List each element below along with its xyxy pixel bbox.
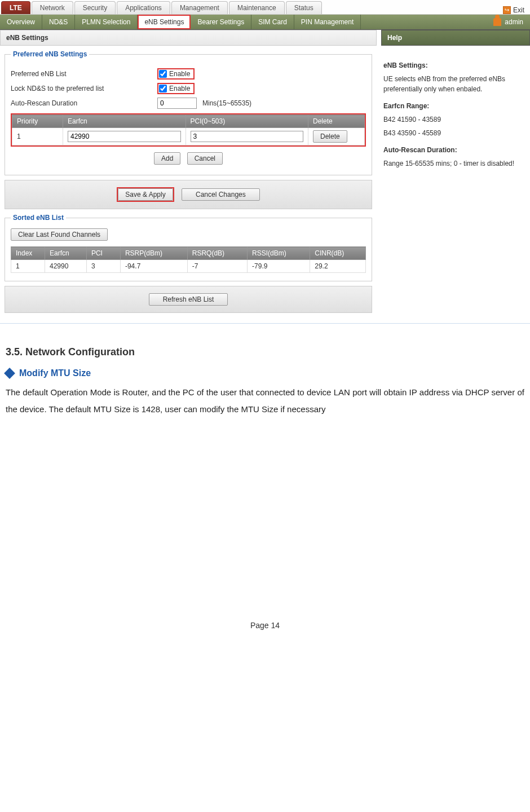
cell-earfcn: 42990 [45,260,87,273]
col-rssi: RSSI(dBm) [248,247,310,260]
cell-priority: 1 [12,128,63,145]
tab-lte[interactable]: LTE [1,1,30,14]
table-row: 1 Delete [12,128,365,145]
help-body: eNB Settings: UE selects eNB from the pr… [381,51,530,169]
pref-list-enable-text: Enable [169,70,190,78]
preferred-table: Priority Earfcn PCI(0~503) Delete 1 Dele… [12,114,365,145]
pref-list-label: Preferred eNB List [11,70,157,78]
help-title: Help [381,30,530,46]
cancel-button[interactable]: Cancel [187,152,223,165]
user-indicator: admin [493,18,530,26]
tab-management[interactable]: Management [171,1,228,14]
col-delete: Delete [308,115,365,128]
col-rsrp: RSRP(dBm) [120,247,187,260]
col-priority: Priority [12,115,63,128]
col-earfcn: Earfcn [63,115,186,128]
sub-tab-bar: Overview ND&S PLMN Selection eNB Setting… [0,15,530,30]
add-button[interactable]: Add [154,152,180,165]
auto-rescan-hint: Mins(15~65535) [202,99,251,107]
subtab-plmn[interactable]: PLMN Selection [75,15,138,29]
delete-button[interactable]: Delete [313,130,347,143]
help-s1-body: UE selects eNB from the preferred eNBs p… [383,74,525,94]
refresh-bar: Refresh eNB List [5,286,372,313]
doc-heading: 3.5. Network Configuration [6,346,524,358]
subtab-overview[interactable]: Overview [0,15,42,29]
pref-list-checkbox[interactable] [159,70,167,78]
subtab-enb-settings[interactable]: eNB Settings [138,15,191,29]
subtab-nds[interactable]: ND&S [42,15,75,29]
earfcn-input[interactable] [68,131,181,142]
refresh-enb-button[interactable]: Refresh eNB List [149,293,228,306]
col-earfcn2: Earfcn [45,247,87,260]
sorted-table: Index Earfcn PCI RSRP(dBm) RSRQ(dB) RSSI… [11,246,366,273]
cell-rsrp: -94.7 [120,260,187,273]
help-s3-label: Auto-Rescan Duration: [383,145,525,155]
col-pci: PCI(0~503) [186,115,308,128]
col-index: Index [11,247,45,260]
doc-body: The default Operation Mode is Router, an… [6,384,524,418]
lock-label: Lock ND&S to the preferred list [11,85,157,92]
preferred-enb-fieldset: Preferred eNB Settings Preferred eNB Lis… [5,50,372,175]
subtab-sim[interactable]: SIM Card [251,15,294,29]
help-s1-label: eNB Settings: [383,60,525,70]
col-cinr: CINR(dB) [310,247,366,260]
sorted-legend: Sorted eNB List [11,214,66,222]
diamond-icon [4,368,15,379]
lock-enable-text: Enable [169,85,190,92]
cancel-changes-button[interactable]: Cancel Changes [182,188,260,201]
user-icon [493,18,501,26]
cell-rssi: -79.9 [248,260,310,273]
tab-applications[interactable]: Applications [117,1,170,14]
panel-title: eNB Settings [0,30,377,46]
pci-input[interactable] [191,131,304,142]
help-s2-line2: B43 43590 - 45589 [383,128,525,138]
col-pci2: PCI [86,247,120,260]
tab-security[interactable]: Security [74,1,116,14]
cell-index: 1 [11,260,45,273]
cell-rsrq: -7 [187,260,247,273]
main-tab-bar: LTE Network Security Applications Manage… [0,0,530,15]
help-s2-line1: B42 41590 - 43589 [383,114,525,125]
cell-pci: 3 [86,260,120,273]
auto-rescan-input[interactable] [157,98,197,109]
tab-network[interactable]: Network [32,1,73,14]
col-rsrq: RSRQ(dB) [187,247,247,260]
cell-cinr: 29.2 [310,260,366,273]
tab-maintenance[interactable]: Maintenance [229,1,285,14]
exit-label: Exit [513,6,524,14]
user-name: admin [505,18,523,26]
clear-channels-button[interactable]: Clear Last Found Channels [11,228,108,241]
subtab-bearer[interactable]: Bearer Settings [191,15,251,29]
sorted-enb-fieldset: Sorted eNB List Clear Last Found Channel… [5,214,372,281]
tab-status[interactable]: Status [286,1,322,14]
subtab-pin[interactable]: PIN Management [294,15,361,29]
action-bar: Save & Apply Cancel Changes [5,180,372,209]
help-s2-label: Earfcn Range: [383,101,525,111]
save-apply-button[interactable]: Save & Apply [118,188,173,201]
doc-section: 3.5. Network Configuration Modify MTU Si… [0,323,530,418]
exit-link[interactable]: ↪ Exit [503,6,530,14]
page-footer: Page 14 [0,621,530,641]
exit-icon: ↪ [503,6,511,14]
table-row: 1 42990 3 -94.7 -7 -79.9 29.2 [11,260,366,273]
lock-checkbox[interactable] [159,85,167,92]
help-s3-body: Range 15-65535 mins; 0 - timer is disabl… [383,158,525,169]
auto-rescan-label: Auto-Rescan Duration [11,99,157,107]
preferred-legend: Preferred eNB Settings [11,50,89,58]
doc-subheading: Modify MTU Size [19,368,91,378]
